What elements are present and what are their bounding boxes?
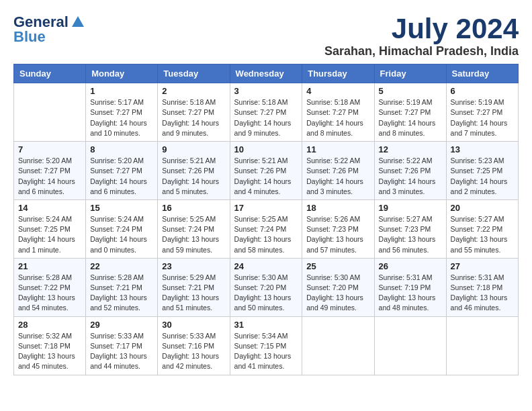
day-info: Sunrise: 5:22 AMSunset: 7:26 PMDaylight:… [306, 156, 369, 197]
day-number: 17 [234, 203, 298, 213]
day-number: 25 [306, 261, 369, 271]
calendar-cell: 17 Sunrise: 5:25 AMSunset: 7:24 PMDaylig… [230, 199, 302, 258]
calendar-cell: 31 Sunrise: 5:34 AMSunset: 7:15 PMDaylig… [230, 316, 302, 375]
day-number: 8 [90, 144, 153, 154]
day-info: Sunrise: 5:22 AMSunset: 7:26 PMDaylight:… [379, 156, 442, 197]
calendar-cell [302, 316, 374, 375]
calendar-cell: 10 Sunrise: 5:21 AMSunset: 7:26 PMDaylig… [230, 142, 302, 200]
calendar-week-2: 7 Sunrise: 5:20 AMSunset: 7:27 PMDayligh… [14, 142, 519, 200]
day-number: 13 [451, 144, 514, 154]
day-number: 23 [162, 261, 225, 271]
logo-icon [71, 15, 85, 30]
day-number: 3 [234, 86, 298, 96]
day-info: Sunrise: 5:19 AMSunset: 7:27 PMDaylight:… [451, 97, 514, 138]
calendar-cell: 24 Sunrise: 5:30 AMSunset: 7:20 PMDaylig… [230, 258, 302, 316]
header-thursday: Thursday [302, 64, 374, 83]
day-number: 19 [379, 203, 442, 213]
day-number: 6 [451, 86, 514, 96]
calendar-week-5: 28 Sunrise: 5:32 AMSunset: 7:18 PMDaylig… [14, 316, 519, 375]
calendar-cell: 4 Sunrise: 5:18 AMSunset: 7:27 PMDayligh… [302, 83, 374, 142]
calendar-week-4: 21 Sunrise: 5:28 AMSunset: 7:22 PMDaylig… [14, 258, 519, 316]
calendar-table: Sunday Monday Tuesday Wednesday Thursday… [13, 64, 519, 375]
calendar-week-1: 1 Sunrise: 5:17 AMSunset: 7:27 PMDayligh… [14, 83, 519, 142]
day-info: Sunrise: 5:25 AMSunset: 7:24 PMDaylight:… [162, 214, 225, 255]
day-info: Sunrise: 5:26 AMSunset: 7:23 PMDaylight:… [306, 214, 369, 255]
day-info: Sunrise: 5:17 AMSunset: 7:27 PMDaylight:… [90, 97, 153, 138]
day-number: 5 [379, 86, 442, 96]
day-info: Sunrise: 5:27 AMSunset: 7:22 PMDaylight:… [451, 214, 514, 255]
calendar-cell: 25 Sunrise: 5:30 AMSunset: 7:20 PMDaylig… [302, 258, 374, 316]
day-number: 9 [162, 144, 225, 154]
day-info: Sunrise: 5:18 AMSunset: 7:27 PMDaylight:… [162, 97, 225, 138]
header-saturday: Saturday [446, 64, 518, 83]
day-info: Sunrise: 5:20 AMSunset: 7:27 PMDaylight:… [90, 156, 153, 197]
day-number: 27 [451, 261, 514, 271]
svg-marker-0 [72, 16, 84, 27]
calendar-cell: 21 Sunrise: 5:28 AMSunset: 7:22 PMDaylig… [14, 258, 86, 316]
calendar-cell: 13 Sunrise: 5:23 AMSunset: 7:25 PMDaylig… [446, 142, 518, 200]
calendar-cell: 20 Sunrise: 5:27 AMSunset: 7:22 PMDaylig… [446, 199, 518, 258]
calendar-cell: 29 Sunrise: 5:33 AMSunset: 7:17 PMDaylig… [86, 316, 158, 375]
day-info: Sunrise: 5:24 AMSunset: 7:24 PMDaylight:… [90, 214, 153, 255]
calendar-cell: 1 Sunrise: 5:17 AMSunset: 7:27 PMDayligh… [86, 83, 158, 142]
header-sunday: Sunday [14, 64, 86, 83]
day-info: Sunrise: 5:20 AMSunset: 7:27 PMDaylight:… [18, 156, 81, 197]
header-row: Sunday Monday Tuesday Wednesday Thursday… [14, 64, 519, 83]
month-title: July 2024 [324, 13, 519, 44]
calendar-cell: 5 Sunrise: 5:19 AMSunset: 7:27 PMDayligh… [374, 83, 446, 142]
day-info: Sunrise: 5:33 AMSunset: 7:17 PMDaylight:… [90, 331, 153, 372]
day-info: Sunrise: 5:25 AMSunset: 7:24 PMDaylight:… [234, 214, 298, 255]
day-info: Sunrise: 5:31 AMSunset: 7:18 PMDaylight:… [451, 273, 514, 314]
day-number: 28 [18, 320, 81, 330]
day-number: 24 [234, 261, 298, 271]
calendar-cell: 8 Sunrise: 5:20 AMSunset: 7:27 PMDayligh… [86, 142, 158, 200]
calendar-cell: 14 Sunrise: 5:24 AMSunset: 7:25 PMDaylig… [14, 199, 86, 258]
calendar-cell: 19 Sunrise: 5:27 AMSunset: 7:23 PMDaylig… [374, 199, 446, 258]
header-wednesday: Wednesday [230, 64, 302, 83]
day-info: Sunrise: 5:32 AMSunset: 7:18 PMDaylight:… [18, 331, 81, 372]
location-title: Sarahan, Himachal Pradesh, India [324, 44, 519, 58]
header-tuesday: Tuesday [158, 64, 230, 83]
calendar-cell: 3 Sunrise: 5:18 AMSunset: 7:27 PMDayligh… [230, 83, 302, 142]
title-area: July 2024 Sarahan, Himachal Pradesh, Ind… [324, 13, 519, 58]
day-number: 14 [18, 203, 81, 213]
day-number: 30 [162, 320, 225, 330]
calendar-cell: 9 Sunrise: 5:21 AMSunset: 7:26 PMDayligh… [158, 142, 230, 200]
calendar-cell: 16 Sunrise: 5:25 AMSunset: 7:24 PMDaylig… [158, 199, 230, 258]
day-info: Sunrise: 5:34 AMSunset: 7:15 PMDaylight:… [234, 331, 298, 372]
logo-blue: Blue [13, 28, 46, 46]
calendar-cell: 27 Sunrise: 5:31 AMSunset: 7:18 PMDaylig… [446, 258, 518, 316]
calendar-cell: 28 Sunrise: 5:32 AMSunset: 7:18 PMDaylig… [14, 316, 86, 375]
day-number: 22 [90, 261, 153, 271]
day-number: 21 [18, 261, 81, 271]
day-number: 16 [162, 203, 225, 213]
calendar-cell [374, 316, 446, 375]
day-number: 2 [162, 86, 225, 96]
calendar-cell: 15 Sunrise: 5:24 AMSunset: 7:24 PMDaylig… [86, 199, 158, 258]
calendar-cell: 18 Sunrise: 5:26 AMSunset: 7:23 PMDaylig… [302, 199, 374, 258]
calendar-cell: 2 Sunrise: 5:18 AMSunset: 7:27 PMDayligh… [158, 83, 230, 142]
day-number: 7 [18, 144, 81, 154]
day-info: Sunrise: 5:21 AMSunset: 7:26 PMDaylight:… [234, 156, 298, 197]
calendar-cell: 23 Sunrise: 5:29 AMSunset: 7:21 PMDaylig… [158, 258, 230, 316]
calendar-cell [14, 83, 86, 142]
day-number: 31 [234, 320, 298, 330]
day-info: Sunrise: 5:28 AMSunset: 7:21 PMDaylight:… [90, 273, 153, 314]
day-info: Sunrise: 5:29 AMSunset: 7:21 PMDaylight:… [162, 273, 225, 314]
header-monday: Monday [86, 64, 158, 83]
calendar-cell: 26 Sunrise: 5:31 AMSunset: 7:19 PMDaylig… [374, 258, 446, 316]
calendar-cell [446, 316, 518, 375]
day-info: Sunrise: 5:18 AMSunset: 7:27 PMDaylight:… [306, 97, 369, 138]
calendar-cell: 30 Sunrise: 5:33 AMSunset: 7:16 PMDaylig… [158, 316, 230, 375]
day-info: Sunrise: 5:31 AMSunset: 7:19 PMDaylight:… [379, 273, 442, 314]
day-number: 4 [306, 86, 369, 96]
day-info: Sunrise: 5:33 AMSunset: 7:16 PMDaylight:… [162, 331, 225, 372]
day-number: 1 [90, 86, 153, 96]
day-info: Sunrise: 5:24 AMSunset: 7:25 PMDaylight:… [18, 214, 81, 255]
logo: General Blue [13, 13, 85, 46]
day-info: Sunrise: 5:30 AMSunset: 7:20 PMDaylight:… [234, 273, 298, 314]
day-number: 11 [306, 144, 369, 154]
calendar-week-3: 14 Sunrise: 5:24 AMSunset: 7:25 PMDaylig… [14, 199, 519, 258]
day-number: 15 [90, 203, 153, 213]
day-info: Sunrise: 5:30 AMSunset: 7:20 PMDaylight:… [306, 273, 369, 314]
